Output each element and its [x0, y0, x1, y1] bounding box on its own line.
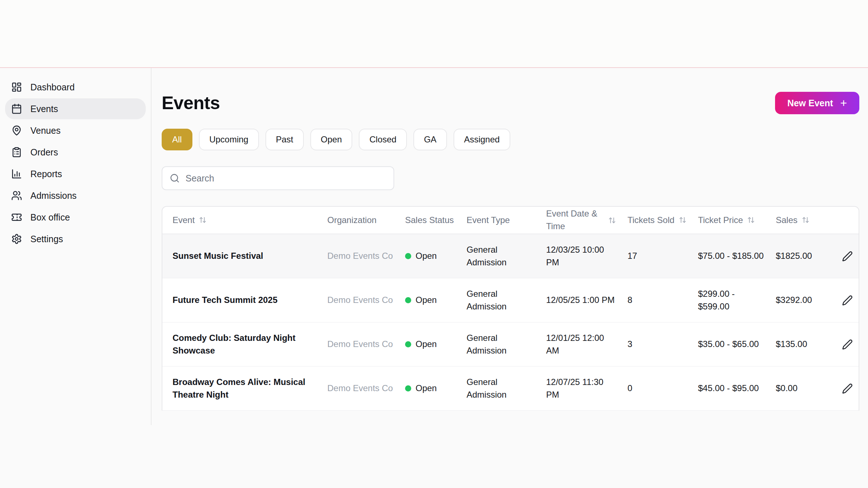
event-type: General Admission — [461, 239, 540, 274]
filter-pill-upcoming[interactable]: Upcoming — [199, 129, 259, 150]
column-header-event-date[interactable]: Event Date & Time — [540, 207, 622, 233]
organization: Demo Events Co — [322, 377, 399, 400]
sidebar: Dashboard Events Venues Orders Reports A… — [0, 68, 152, 425]
edit-event-button[interactable] — [839, 380, 856, 397]
status-label: Open — [416, 382, 437, 395]
sidebar-item-settings[interactable]: Settings — [5, 228, 146, 249]
edit-event-button[interactable] — [839, 292, 856, 309]
status-dot — [405, 341, 411, 347]
sidebar-item-dashboard[interactable]: Dashboard — [5, 77, 146, 98]
main-content: Events New Event + All Upcoming Past Ope… — [152, 68, 868, 425]
event-type: General Admission — [461, 327, 540, 362]
filter-pill-past[interactable]: Past — [265, 129, 304, 150]
event-name: Future Tech Summit 2025 — [162, 289, 322, 312]
sales-status: Open — [399, 289, 461, 312]
gear-icon — [11, 233, 22, 245]
sidebar-item-label: Dashboard — [30, 82, 75, 93]
clipboard-icon — [11, 146, 22, 158]
sales-status: Open — [399, 333, 461, 356]
sidebar-item-reports[interactable]: Reports — [5, 163, 146, 184]
pencil-icon — [842, 295, 853, 306]
sales-status: Open — [399, 245, 461, 267]
pencil-icon — [842, 339, 853, 350]
organization: Demo Events Co — [322, 289, 399, 312]
events-table: Event Organization Sales Status Event Ty… — [162, 206, 859, 411]
sales-amount: $3292.00 — [770, 289, 833, 312]
event-datetime: 12/07/25 11:30 PM — [540, 371, 622, 406]
top-strip — [0, 0, 868, 68]
organization: Demo Events Co — [322, 333, 399, 356]
edit-event-button[interactable] — [839, 248, 856, 265]
sales-amount: $1825.00 — [770, 245, 833, 267]
column-header-event-type: Event Type — [461, 214, 540, 227]
sidebar-item-venues[interactable]: Venues — [5, 120, 146, 141]
filter-pill-all[interactable]: All — [162, 129, 192, 150]
ticket-price: $35.00 - $65.00 — [692, 333, 770, 356]
page-title: Events — [162, 93, 220, 114]
filter-pill-assigned[interactable]: Assigned — [454, 129, 510, 150]
sort-icon — [747, 216, 755, 224]
search-box — [162, 166, 394, 190]
event-name: Comedy Club: Saturday Night Showcase — [162, 327, 322, 362]
sidebar-item-events[interactable]: Events — [5, 98, 146, 119]
map-pin-icon — [11, 125, 22, 136]
sidebar-item-label: Orders — [30, 147, 58, 158]
event-datetime: 12/05/25 1:00 PM — [540, 289, 622, 312]
calendar-icon — [11, 103, 22, 115]
column-header-tickets-sold[interactable]: Tickets Sold — [622, 214, 692, 227]
filter-pill-group: All Upcoming Past Open Closed GA Assigne… — [162, 129, 859, 150]
sales-amount: $135.00 — [770, 333, 833, 356]
tickets-sold: 0 — [622, 377, 692, 400]
ticket-icon — [11, 211, 22, 223]
sort-icon — [679, 216, 686, 224]
sales-amount: $0.00 — [770, 377, 833, 400]
sort-icon — [608, 217, 616, 224]
tickets-sold: 8 — [622, 289, 692, 312]
events-page: Dashboard Events Venues Orders Reports A… — [0, 0, 868, 488]
table-row: Broadway Comes Alive: Musical Theatre Ni… — [162, 367, 859, 411]
sidebar-item-admissions[interactable]: Admissions — [5, 185, 146, 206]
column-header-event[interactable]: Event — [162, 214, 322, 227]
event-datetime: 12/03/25 10:00 PM — [540, 239, 622, 274]
sidebar-item-label: Reports — [30, 169, 62, 179]
sidebar-item-label: Box office — [30, 212, 70, 223]
status-dot — [405, 297, 411, 303]
event-datetime: 12/01/25 12:00 AM — [540, 327, 622, 362]
sidebar-item-box-office[interactable]: Box office — [5, 207, 146, 228]
search-input[interactable] — [186, 173, 386, 184]
new-event-button[interactable]: New Event + — [775, 92, 859, 114]
ticket-price: $299.00 - $599.00 — [692, 283, 770, 318]
sort-icon — [802, 216, 809, 224]
column-header-sales[interactable]: Sales — [770, 214, 833, 227]
status-dot — [405, 253, 411, 259]
filter-pill-ga[interactable]: GA — [413, 129, 447, 150]
filter-pill-closed[interactable]: Closed — [359, 129, 407, 150]
sidebar-item-label: Events — [30, 104, 58, 114]
sort-icon — [199, 216, 207, 224]
event-name: Broadway Comes Alive: Musical Theatre Ni… — [162, 371, 322, 406]
new-event-label: New Event — [787, 98, 833, 108]
users-icon — [11, 190, 22, 201]
search-icon — [170, 173, 180, 183]
column-header-ticket-price[interactable]: Ticket Price — [692, 214, 770, 227]
status-dot — [405, 385, 411, 391]
pencil-icon — [842, 383, 853, 394]
organization: Demo Events Co — [322, 245, 399, 267]
dashboard-icon — [11, 81, 22, 93]
plus-icon: + — [840, 97, 847, 109]
table-row: Sunset Music Festival Demo Events Co Ope… — [162, 234, 859, 278]
pencil-icon — [842, 251, 853, 262]
column-header-organization: Organization — [322, 214, 399, 227]
edit-event-button[interactable] — [839, 336, 856, 353]
tickets-sold: 3 — [622, 333, 692, 356]
event-name: Sunset Music Festival — [162, 245, 322, 267]
column-header-sales-status: Sales Status — [399, 214, 461, 227]
filter-pill-open[interactable]: Open — [310, 129, 353, 150]
table-header-row: Event Organization Sales Status Event Ty… — [162, 207, 859, 234]
sidebar-item-orders[interactable]: Orders — [5, 142, 146, 163]
table-row: Comedy Club: Saturday Night Showcase Dem… — [162, 322, 859, 367]
sidebar-item-label: Settings — [30, 234, 63, 244]
sidebar-item-label: Admissions — [30, 191, 77, 201]
status-label: Open — [416, 294, 437, 307]
status-label: Open — [416, 250, 437, 262]
